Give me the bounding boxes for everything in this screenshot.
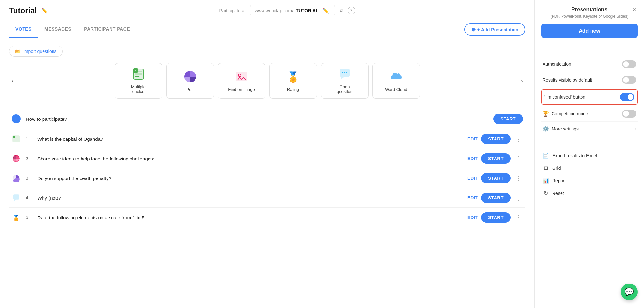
svg-point-11 — [342, 72, 343, 73]
q1-actions: EDIT START ⋮ — [467, 134, 523, 144]
import-questions-button[interactable]: 📂 Import questions — [9, 46, 63, 57]
q5-more-button[interactable]: ⋮ — [514, 213, 523, 222]
q5-start-button[interactable]: START — [481, 212, 511, 223]
grid-icon: ⊞ — [543, 165, 549, 171]
im-confused-setting: 'I'm confused' button — [541, 89, 638, 105]
gear-icon: ⚙️ — [543, 126, 549, 132]
svg-point-21 — [17, 197, 17, 197]
reset-label: Reset — [552, 191, 564, 196]
report-item[interactable]: 📊 Report — [541, 174, 638, 187]
how-to-participate-text: How to participate? — [26, 116, 488, 122]
export-label: Export results to Excel — [552, 153, 597, 158]
q4-start-button[interactable]: START — [481, 193, 511, 203]
competition-mode-toggle[interactable] — [622, 110, 636, 118]
competition-mode-setting: 🏆 Competition mode — [541, 106, 638, 122]
grid-label: Grid — [552, 166, 561, 171]
question-row-4: 4. Why (not)? EDIT START ⋮ — [9, 188, 525, 207]
header-center: Participate at: www.wooclap.com/TUTORIAL… — [219, 5, 355, 16]
q3-edit-button[interactable]: EDIT — [467, 176, 478, 181]
presentations-subtitle: (PDF, PowerPoint, Keynote or Google Slid… — [541, 14, 638, 19]
url-bold: TUTORIAL — [296, 8, 319, 13]
svg-text:✓: ✓ — [134, 69, 137, 72]
how-to-participate-start-button[interactable]: START — [493, 114, 523, 124]
svg-point-19 — [15, 197, 15, 197]
authentication-label: Authentication — [543, 62, 571, 67]
q3-start-button[interactable]: START — [481, 173, 511, 183]
q3-actions: EDIT START ⋮ — [467, 173, 523, 183]
q2-text: Share your ideas to help face the follow… — [37, 156, 462, 161]
question-types-row: ✓ Multiplechoice — [18, 63, 516, 99]
edit-url-button[interactable]: ✏️ — [321, 7, 330, 14]
competition-mode-slider — [622, 110, 636, 118]
svg-text:✓: ✓ — [13, 136, 15, 138]
add-new-button[interactable]: Add new — [541, 24, 638, 38]
more-settings-item[interactable]: ⚙️ More settings... › — [541, 122, 638, 136]
carousel-next-button[interactable]: › — [518, 74, 525, 88]
q4-more-button[interactable]: ⋮ — [514, 193, 523, 202]
type-card-word-cloud[interactable]: Word Cloud — [372, 63, 420, 99]
grid-item[interactable]: ⊞ Grid — [541, 162, 638, 174]
carousel-prev-button[interactable]: ‹ — [9, 74, 16, 88]
chat-fab[interactable]: 💬 — [621, 284, 638, 300]
tab-votes[interactable]: VOTES — [9, 21, 38, 38]
svg-point-12 — [344, 72, 345, 73]
results-visible-label: Results visible by default — [543, 77, 592, 82]
authentication-setting: Authentication — [541, 56, 638, 72]
q2-edit-button[interactable]: EDIT — [467, 156, 478, 161]
wc-icon — [390, 70, 403, 84]
q1-icon: ✓ — [12, 134, 21, 143]
body-area: 📂 Import questions ‹ — [0, 38, 534, 308]
sidebar-close-button[interactable]: × — [630, 5, 639, 14]
type-card-oq-label: Openquestion — [337, 84, 352, 94]
svg-text:🏅: 🏅 — [13, 215, 20, 221]
q2-more-button[interactable]: ⋮ — [514, 154, 523, 163]
foi-icon — [235, 70, 248, 84]
q3-text: Do you support the death penalty? — [37, 176, 462, 181]
question-row-2: 2. Share your ideas to help face the fol… — [9, 149, 525, 168]
q4-icon — [12, 193, 21, 202]
import-label: Import questions — [23, 49, 57, 54]
question-row-1: ✓ 1. What is the capital of Uganda? EDIT… — [9, 129, 525, 149]
reset-icon: ↻ — [543, 190, 549, 196]
im-confused-toggle[interactable] — [620, 93, 634, 101]
export-results-item[interactable]: 📄 Export results to Excel — [541, 149, 638, 162]
type-card-find-on-image[interactable]: Find on image — [218, 63, 265, 99]
url-prefix: www.wooclap.com/ — [255, 8, 293, 13]
q4-actions: EDIT START ⋮ — [467, 193, 523, 203]
reset-item[interactable]: ↻ Reset — [541, 187, 638, 199]
q2-start-button[interactable]: START — [481, 153, 511, 164]
question-types-section: ‹ ✓ — [9, 63, 525, 99]
type-card-rating[interactable]: 🏅 Rating — [269, 63, 317, 99]
report-label: Report — [552, 178, 566, 183]
header-left: Tutorial ✏️ — [9, 6, 49, 15]
help-button[interactable]: ? — [348, 7, 355, 14]
more-settings-chevron: › — [635, 126, 636, 131]
q4-edit-button[interactable]: EDIT — [467, 195, 478, 200]
how-to-participate-row: i How to participate? START — [9, 109, 525, 129]
add-presentation-icon: ⊕ — [471, 26, 476, 33]
q1-start-button[interactable]: START — [481, 134, 511, 144]
edit-title-button[interactable]: ✏️ — [40, 7, 49, 14]
q1-edit-button[interactable]: EDIT — [467, 136, 478, 141]
q3-more-button[interactable]: ⋮ — [514, 174, 523, 183]
participate-label: Participate at: — [219, 8, 247, 13]
more-settings-label: ⚙️ More settings... — [543, 126, 582, 132]
tab-participant-pace[interactable]: PARTICIPANT PACE — [78, 21, 136, 38]
type-card-multiple-choice[interactable]: ✓ Multiplechoice — [115, 63, 162, 99]
copy-url-button[interactable]: ⧉ — [338, 7, 344, 14]
authentication-toggle[interactable] — [622, 60, 636, 68]
export-icon: 📄 — [543, 152, 549, 159]
results-visible-toggle[interactable] — [622, 76, 636, 84]
add-presentation-button[interactable]: ⊕ + Add Presentation — [464, 23, 525, 36]
im-confused-slider — [620, 93, 634, 101]
type-card-rating-label: Rating — [287, 87, 299, 92]
q1-more-button[interactable]: ⋮ — [514, 134, 523, 143]
tab-messages[interactable]: MESSAGES — [38, 21, 78, 38]
tabs-bar: VOTES MESSAGES PARTICIPANT PACE ⊕ + Add … — [0, 21, 534, 38]
presentations-section: Presentations (PDF, PowerPoint, Keynote … — [541, 6, 638, 38]
type-card-poll[interactable]: Poll — [166, 63, 214, 99]
type-card-open-question[interactable]: Openquestion — [321, 63, 369, 99]
poll-icon — [184, 70, 197, 84]
type-card-wc-label: Word Cloud — [385, 87, 407, 92]
q5-edit-button[interactable]: EDIT — [467, 215, 478, 220]
